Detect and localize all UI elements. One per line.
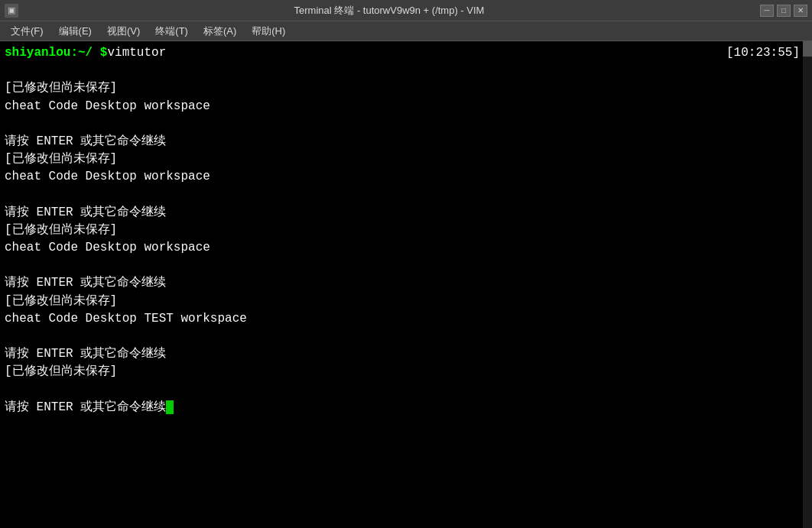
prompt-line: shiyanlou:~/ $ vimtutor — [5, 44, 807, 62]
timestamp: [10:23:55] — [726, 44, 800, 62]
app-icon: ▣ — [5, 4, 18, 18]
terminal-content: shiyanlou:~/ $ vimtutor [10:23:55] [已修改但… — [5, 44, 807, 416]
terminal-area[interactable]: shiyanlou:~/ $ vimtutor [10:23:55] [已修改但… — [0, 41, 812, 528]
menu-edit[interactable]: 编辑(E) — [51, 23, 99, 40]
scrollbar[interactable] — [803, 41, 812, 528]
output-blank-5 — [5, 328, 807, 345]
minimize-button[interactable]: ─ — [760, 5, 774, 17]
output-blank-2 — [5, 115, 807, 133]
close-button[interactable]: ✕ — [794, 5, 807, 17]
prompt-command: vimtutor — [107, 44, 166, 62]
menubar: 文件(F) 编辑(E) 视图(V) 终端(T) 标签(A) 帮助(H) — [0, 21, 812, 41]
dir-line-3: cheat Code Desktop workspace — [5, 239, 807, 257]
press-enter-text-5: 请按 ENTER 或其它命令继续 — [5, 400, 166, 414]
modified-notice-2: [已修改但尚未保存] — [5, 151, 807, 168]
modified-notice-3: [已修改但尚未保存] — [5, 222, 807, 239]
output-blank-3 — [5, 186, 807, 204]
scrollbar-thumb[interactable] — [803, 41, 812, 57]
prompt-user: shiyanlou:~/ $ — [5, 44, 107, 62]
output-blank-6 — [5, 381, 807, 399]
modified-notice-4: [已修改但尚未保存] — [5, 293, 807, 310]
maximize-button[interactable]: □ — [777, 5, 791, 17]
dir-line-4: cheat Code Desktop TEST workspace — [5, 310, 807, 328]
menu-file[interactable]: 文件(F) — [3, 23, 51, 40]
dir-line-1: cheat Code Desktop workspace — [5, 98, 807, 115]
window-title: Terminal 终端 - tutorwV9w9n + (/tmp) - VIM — [18, 4, 760, 18]
press-enter-2: 请按 ENTER 或其它命令继续 — [5, 204, 807, 222]
press-enter-4: 请按 ENTER 或其它命令继续 — [5, 345, 807, 363]
output-blank-1 — [5, 62, 807, 79]
dir-line-2: cheat Code Desktop workspace — [5, 168, 807, 186]
menu-terminal[interactable]: 终端(T) — [148, 23, 196, 40]
press-enter-3: 请按 ENTER 或其它命令继续 — [5, 274, 807, 292]
titlebar: ▣ Terminal 终端 - tutorwV9w9n + (/tmp) - V… — [0, 0, 812, 21]
modified-notice-1: [已修改但尚未保存] — [5, 79, 807, 97]
output-blank-4 — [5, 257, 807, 274]
modified-notice-5: [已修改但尚未保存] — [5, 363, 807, 381]
menu-tabs[interactable]: 标签(A) — [196, 23, 244, 40]
menu-view[interactable]: 视图(V) — [99, 23, 148, 40]
menu-help[interactable]: 帮助(H) — [244, 23, 293, 40]
press-enter-5: 请按 ENTER 或其它命令继续 — [5, 399, 807, 416]
cursor — [166, 400, 174, 414]
press-enter-1: 请按 ENTER 或其它命令继续 — [5, 133, 807, 151]
window-controls: ─ □ ✕ — [760, 5, 807, 17]
